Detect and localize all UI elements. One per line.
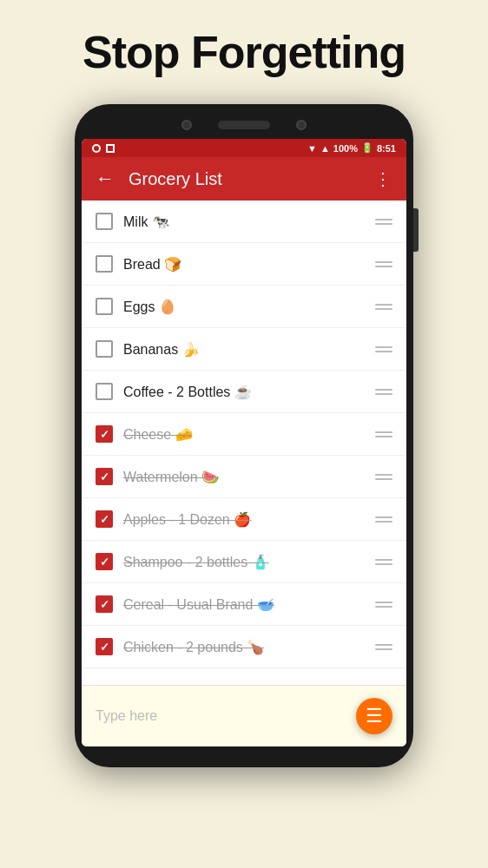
checkbox[interactable] <box>96 340 113 358</box>
battery-percent: 100% <box>333 143 358 154</box>
list-item: Eggs 🥚 <box>82 286 406 328</box>
list-item: Cheese 🧀 <box>82 413 406 456</box>
signal-icon: ▲ <box>320 143 330 154</box>
add-item-button[interactable]: ☰ <box>356 698 392 734</box>
checkbox[interactable] <box>96 383 113 400</box>
list-item: Cereal - Usual Brand 🥣 <box>82 583 406 626</box>
drag-handle[interactable] <box>372 470 396 483</box>
drag-handle[interactable] <box>372 343 396 356</box>
checkbox[interactable] <box>96 468 113 485</box>
battery-icon: 🔋 <box>361 142 373 154</box>
item-label: Milk 🐄 <box>123 214 361 230</box>
power-button <box>413 208 419 252</box>
checkbox[interactable] <box>96 298 113 315</box>
drag-handle[interactable] <box>372 258 396 271</box>
list-icon: ☰ <box>366 705 383 727</box>
speaker <box>218 121 270 129</box>
more-options-button[interactable]: ⋮ <box>374 168 392 189</box>
status-right: ▼ ▲ 100% 🔋 8:51 <box>307 142 396 154</box>
back-button[interactable]: ← <box>96 168 115 190</box>
page-title: Stop Forgetting <box>82 26 406 78</box>
list-item: Chicken - 2 pounds 🍗 <box>82 626 406 668</box>
checkbox[interactable] <box>96 553 113 570</box>
app-bar-title: Grocery List <box>129 169 360 189</box>
list-item: Milk 🐄 <box>82 201 406 243</box>
sensor <box>296 120 307 130</box>
drag-handle[interactable] <box>372 641 396 654</box>
status-left <box>92 144 115 153</box>
clock: 8:51 <box>377 143 396 154</box>
item-label: Cheese 🧀 <box>123 426 361 443</box>
checkbox[interactable] <box>96 425 113 443</box>
drag-handle[interactable] <box>372 598 396 611</box>
list-item: Apples - 1 Dozen 🍎 <box>82 498 406 541</box>
list-item: Bread 🍞 <box>82 243 406 286</box>
checkbox[interactable] <box>96 510 113 528</box>
list-item: Coffee - 2 Bottles ☕ <box>82 371 406 413</box>
item-label: Shampoo - 2 bottles 🧴 <box>123 554 361 570</box>
wifi-icon: ▼ <box>307 143 317 154</box>
item-label: Apples - 1 Dozen 🍎 <box>123 511 361 528</box>
status-bar: ▼ ▲ 100% 🔋 8:51 <box>82 139 406 157</box>
notification-icon <box>92 144 101 153</box>
type-here-input[interactable]: Type here <box>96 708 356 724</box>
item-label: Watermelon 🍉 <box>123 469 361 485</box>
front-camera <box>181 120 192 130</box>
checkbox[interactable] <box>96 595 113 613</box>
drag-handle[interactable] <box>372 513 396 526</box>
drag-handle[interactable] <box>372 215 396 228</box>
input-bar: Type here ☰ <box>82 685 406 746</box>
app-bar: ← Grocery List ⋮ <box>82 157 406 201</box>
phone-screen: ▼ ▲ 100% 🔋 8:51 ← Grocery List ⋮ Milk 🐄B… <box>82 139 406 746</box>
item-label: Eggs 🥚 <box>123 299 361 315</box>
checkbox[interactable] <box>96 255 113 273</box>
list-item: Shampoo - 2 bottles 🧴 <box>82 541 406 583</box>
list-item: Watermelon 🍉 <box>82 456 406 498</box>
drag-handle[interactable] <box>372 300 396 313</box>
checkbox[interactable] <box>96 638 113 655</box>
checkbox[interactable] <box>96 213 113 230</box>
phone-top-bar <box>82 120 406 130</box>
drag-handle[interactable] <box>372 385 396 398</box>
item-label: Chicken - 2 pounds 🍗 <box>123 639 361 655</box>
item-label: Bread 🍞 <box>123 256 361 273</box>
drag-handle[interactable] <box>372 556 396 569</box>
list-item: Bananas 🍌 <box>82 328 406 371</box>
phone-frame: ▼ ▲ 100% 🔋 8:51 ← Grocery List ⋮ Milk 🐄B… <box>75 104 413 767</box>
item-label: Bananas 🍌 <box>123 341 361 358</box>
item-label: Coffee - 2 Bottles ☕ <box>123 384 361 400</box>
grocery-list: Milk 🐄Bread 🍞Eggs 🥚Bananas 🍌Coffee - 2 B… <box>82 201 406 685</box>
item-label: Cereal - Usual Brand 🥣 <box>123 596 361 613</box>
drag-handle[interactable] <box>372 428 396 441</box>
sim-icon <box>106 144 115 153</box>
